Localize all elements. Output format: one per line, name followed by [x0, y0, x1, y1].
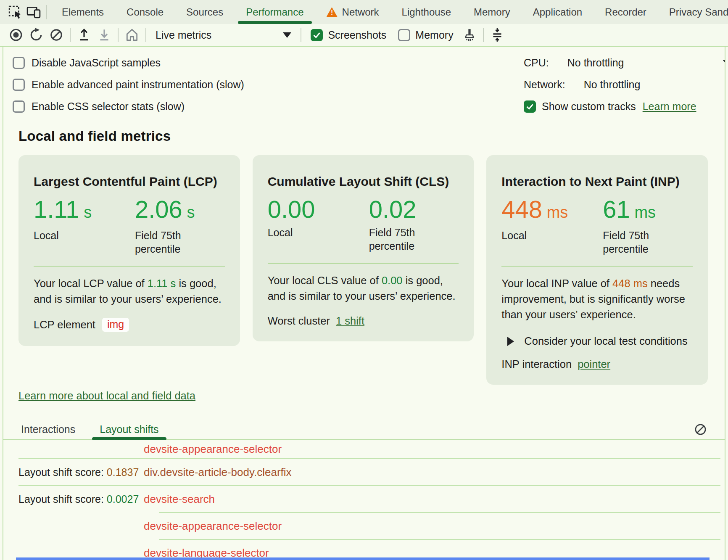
- node-link[interactable]: devsite-appearance-selector: [144, 443, 725, 456]
- network-label: Network:: [524, 79, 565, 91]
- toolbar-separator: [145, 28, 146, 42]
- cpu-throttling-select[interactable]: CPU: No throttling: [524, 52, 725, 74]
- cls-field-value: 0.02: [369, 196, 459, 222]
- view-mode-select[interactable]: Live metrics: [150, 29, 297, 41]
- device-toolbar-icon: [26, 5, 41, 19]
- memory-label: Memory: [415, 29, 453, 41]
- device-toolbar-button[interactable]: [24, 3, 43, 21]
- node-link[interactable]: devsite-search: [144, 493, 725, 506]
- performance-toolbar: Live metrics Screenshots Memory: [0, 24, 728, 47]
- screenshots-label: Screenshots: [328, 29, 386, 41]
- lcp-card-title: Largest Contentful Paint (LCP): [34, 174, 225, 189]
- learn-more-field-data-link[interactable]: Learn more about local and field data: [18, 390, 195, 402]
- inspect-element-button[interactable]: [6, 3, 24, 21]
- lcp-card: Largest Contentful Paint (LCP) 1.11 s Lo…: [18, 155, 240, 346]
- layout-shift-row[interactable]: devsite-appearance-selector: [3, 440, 725, 458]
- cls-local-label: Local: [268, 226, 356, 239]
- tab-performance[interactable]: Performance: [235, 0, 315, 24]
- css-selector-stats-checkbox[interactable]: [13, 100, 25, 113]
- chevron-down-icon: [723, 60, 725, 66]
- throttling-settings: CPU: No throttling Network: No throttlin…: [524, 52, 725, 117]
- toolbar-separator: [118, 28, 119, 42]
- custom-tracks-learn-more-link[interactable]: Learn more: [643, 100, 696, 113]
- download-icon: [97, 28, 111, 42]
- metrics-heading: Local and field metrics: [18, 128, 725, 144]
- worst-cluster-label: Worst cluster: [268, 315, 330, 327]
- card-divider: [34, 266, 225, 267]
- toolbar-separator: [301, 28, 301, 42]
- lcp-field-value: 2.06 s: [135, 196, 225, 225]
- network-value: No throttling: [584, 79, 641, 91]
- tab-lighthouse[interactable]: Lighthouse: [390, 0, 462, 24]
- network-throttling-select[interactable]: Network: No throttling: [524, 74, 725, 95]
- screenshots-checkbox[interactable]: [311, 29, 323, 41]
- selection-scrollbar[interactable]: [16, 557, 710, 560]
- record-button[interactable]: [6, 26, 26, 44]
- tab-memory[interactable]: Memory: [462, 0, 522, 24]
- inp-description: Your local INP value of 448 ms needs imp…: [501, 276, 693, 322]
- toolbar-separator: [483, 28, 484, 42]
- capture-settings: Disable JavaScript samples Enable advanc…: [3, 47, 725, 119]
- layout-shift-row[interactable]: devsite-appearance-selector: [3, 513, 725, 539]
- tab-recorder[interactable]: Recorder: [593, 0, 658, 24]
- cls-card: Cumulative Layout Shift (CLS) 0.00 Local…: [253, 155, 474, 341]
- node-link[interactable]: div.devsite-article-body.clearfix: [144, 466, 725, 479]
- advanced-paint-checkbox[interactable]: [13, 79, 25, 91]
- worst-cluster-link[interactable]: 1 shift: [336, 315, 364, 327]
- clear-button[interactable]: [46, 26, 66, 44]
- screenshots-checkbox-row[interactable]: Screenshots: [311, 29, 386, 41]
- lcp-element-node-link[interactable]: img: [102, 318, 129, 332]
- cpu-label: CPU:: [524, 57, 549, 69]
- cls-local-value: 0.00: [268, 196, 369, 222]
- memory-checkbox[interactable]: [398, 29, 410, 41]
- layout-shift-row[interactable]: devsite-language-selector: [3, 540, 725, 560]
- tab-label: Elements: [62, 6, 104, 18]
- tab-label: Performance: [246, 6, 303, 18]
- load-profile-button[interactable]: [74, 26, 94, 44]
- custom-tracks-checkbox[interactable]: [524, 100, 536, 113]
- inp-interaction-link[interactable]: pointer: [578, 358, 610, 370]
- lcp-field-label: Field 75th percentile: [135, 229, 223, 256]
- tab-elements[interactable]: Elements: [50, 0, 115, 24]
- tab-layout-shifts[interactable]: Layout shifts: [91, 419, 167, 439]
- tab-interactions[interactable]: Interactions: [13, 419, 84, 439]
- tab-sources[interactable]: Sources: [175, 0, 235, 24]
- tab-network[interactable]: Network: [315, 0, 390, 24]
- collapse-icon: [490, 28, 504, 42]
- tab-console[interactable]: Console: [115, 0, 175, 24]
- inp-card: Interaction to Next Paint (INP) 448 ms L…: [486, 155, 708, 385]
- inp-interaction-label: INP interaction: [501, 358, 572, 370]
- tab-label: Application: [533, 6, 582, 18]
- lcp-local-label: Local: [34, 229, 122, 242]
- tab-label: Lighthouse: [402, 6, 451, 18]
- custom-tracks-row[interactable]: Show custom tracks Learn more: [524, 95, 725, 117]
- brush-icon: [462, 28, 477, 42]
- view-mode-label: Live metrics: [156, 29, 211, 41]
- home-icon: [125, 28, 139, 42]
- tab-privacy-sandbox[interactable]: Privacy Sand: [658, 0, 728, 24]
- record-icon: [9, 28, 23, 42]
- custom-tracks-label: Show custom tracks: [542, 100, 636, 113]
- clear-icon: [49, 28, 63, 42]
- toolbar-separator: [46, 5, 47, 19]
- save-profile-button[interactable]: [94, 26, 114, 44]
- reload-and-record-button[interactable]: [26, 26, 46, 44]
- clear-log-button[interactable]: [693, 422, 708, 437]
- tab-application[interactable]: Application: [522, 0, 593, 24]
- layout-shift-row[interactable]: Layout shift score: 0.1837 div.devsite-a…: [3, 459, 725, 485]
- warning-icon: [327, 7, 338, 17]
- cls-card-title: Cumulative Layout Shift (CLS): [268, 174, 459, 189]
- collapse-button[interactable]: [487, 26, 507, 44]
- node-link[interactable]: devsite-appearance-selector: [144, 520, 725, 533]
- cpu-value: No throttling: [567, 57, 624, 69]
- disable-js-samples-checkbox[interactable]: [13, 57, 25, 69]
- layout-shift-row[interactable]: Layout shift score: 0.0027 devsite-searc…: [3, 486, 725, 512]
- log-tab-label: Layout shifts: [100, 423, 158, 436]
- gc-button[interactable]: [459, 26, 480, 44]
- memory-checkbox-row[interactable]: Memory: [398, 29, 453, 41]
- local-test-conditions-expander[interactable]: Consider your local test conditions: [501, 335, 693, 347]
- css-selector-stats-label: Enable CSS selector stats (slow): [32, 100, 185, 113]
- local-test-conditions-label: Consider your local test conditions: [524, 335, 687, 347]
- reload-icon: [29, 28, 43, 42]
- home-button[interactable]: [122, 26, 142, 44]
